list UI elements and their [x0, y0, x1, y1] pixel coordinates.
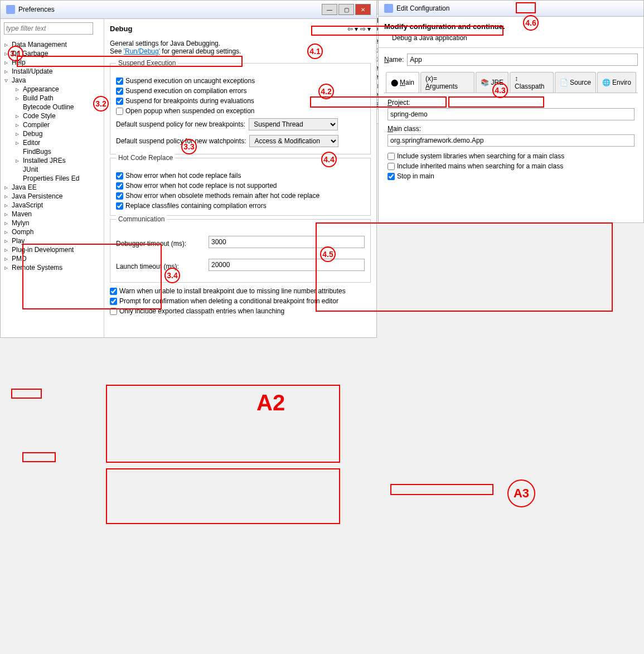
annotation-box-a2-top: [106, 385, 340, 463]
prefs-tree: ▹Data Management ▹Dr. Garbage ▹Help ▹Ins…: [1, 38, 104, 338]
fieldset-legend: Hot Code Replace: [116, 154, 175, 162]
main-tab-icon: ⬤: [391, 79, 398, 86]
prefs-tree-item[interactable]: ▹Build Path: [3, 94, 101, 103]
annotation-a2: A2: [256, 390, 285, 415]
prefs-tree-item[interactable]: ▹Mylyn: [3, 219, 101, 227]
stop-in-main[interactable]: Stop in main: [388, 171, 635, 181]
tab-environ[interactable]: 🌐Enviro: [597, 72, 636, 93]
see-also: See 'Run/Debug' for general debug settin…: [110, 47, 371, 55]
source-icon: 📄: [560, 79, 568, 86]
check-row[interactable]: Suspend execution on uncaught exceptions: [116, 76, 365, 86]
app-icon: [384, 4, 393, 13]
prefs-tree-item[interactable]: ▹Dr. Garbage: [3, 49, 101, 58]
prefs-tree-item[interactable]: ▹JavaScript: [3, 201, 101, 210]
launch-timeout-input[interactable]: [209, 259, 365, 271]
fieldset-legend: Suspend Execution: [116, 59, 178, 67]
back-forward-nav[interactable]: ⇦ ▾ ⇨ ▾: [347, 25, 371, 33]
tab-source[interactable]: 📄Source: [555, 72, 596, 93]
prefs-tree-item[interactable]: ▹Java EE: [3, 183, 101, 192]
include-system-libs[interactable]: Include system libraries when searching …: [388, 151, 635, 161]
prefs-tree-item-debug[interactable]: ▹Debug: [3, 129, 101, 138]
preferences-window: Preferences — ▢ ✕ ▹Data Management ▹Dr. …: [0, 0, 377, 338]
check-row[interactable]: Warn when unable to install breakpoint d…: [110, 286, 371, 296]
check-row[interactable]: Show error when hot code replace fails: [116, 171, 365, 181]
filter-input[interactable]: [4, 22, 93, 35]
prefs-tree-item[interactable]: ▹Remote Systems: [3, 263, 101, 272]
prefs-tree-item[interactable]: ▹Install/Update: [3, 67, 101, 76]
suspend-fieldset: Suspend Execution Suspend execution on u…: [110, 63, 371, 154]
project-label: Project:: [388, 99, 635, 106]
run-debug-link[interactable]: 'Run/Debug': [124, 47, 160, 55]
prefs-tree-item[interactable]: JUnit: [3, 165, 101, 174]
prefs-sidebar: ▹Data Management ▹Dr. Garbage ▹Help ▹Ins…: [1, 19, 104, 338]
tab-jre[interactable]: 📚JRE: [476, 72, 509, 93]
prefs-tree-item[interactable]: ▹Editor: [3, 138, 101, 147]
policy-wp-select[interactable]: Access & Modification: [249, 135, 338, 147]
launch-timeout-row: Launch timeout (ms):: [116, 255, 365, 278]
check-row[interactable]: Prompt for confirmation when deleting a …: [110, 296, 371, 306]
policy-bp-row: Default suspend policy for new breakpoin…: [116, 116, 365, 133]
tab-main[interactable]: ⬤Main: [386, 72, 419, 93]
annotation-box-debug: [22, 452, 56, 462]
prefs-tree-item[interactable]: ▹Appearance: [3, 85, 101, 94]
prefs-tree-item[interactable]: ▹Plug-in Development: [3, 245, 101, 254]
policy-wp-row: Default suspend policy for new watchpoin…: [116, 133, 365, 149]
config-header: Modify configuration and continue. Debug…: [379, 17, 643, 48]
prefs-tree-item[interactable]: ▹Help: [3, 58, 101, 67]
fieldset-legend: Communication: [116, 215, 167, 223]
include-inherited-mains[interactable]: Include inherited mains when searching f…: [388, 161, 635, 171]
maximize-button[interactable]: ▢: [338, 4, 354, 15]
annotation-box-a2-bottom: [106, 468, 340, 524]
prefs-page: Debug ⇦ ▾ ⇨ ▾ General settings for Java …: [104, 19, 376, 338]
annotation-a3: A3: [507, 479, 535, 507]
prefs-tree-item[interactable]: Bytecode Outline: [3, 103, 101, 112]
window-title: Preferences: [18, 6, 55, 13]
prefs-tree-item[interactable]: ▹PMD: [3, 254, 101, 263]
prefs-tree-item[interactable]: ▹Maven: [3, 210, 101, 219]
check-row[interactable]: Suspend for breakpoints during evaluatio…: [116, 96, 365, 106]
check-row[interactable]: Show error when hot code replace is not …: [116, 181, 365, 191]
main-class-label: Main class:: [388, 125, 635, 133]
check-row[interactable]: Only include exported classpath entries …: [110, 306, 371, 316]
minimize-button[interactable]: —: [322, 4, 337, 15]
check-row[interactable]: Suspend execution on compilation errors: [116, 86, 365, 96]
config-body: Name: ⬤Main (x)= Arguments 📚JRE ↕ Classp…: [379, 48, 643, 192]
name-input[interactable]: [407, 54, 638, 66]
config-tabs: ⬤Main (x)= Arguments 📚JRE ↕ Classpath 📄S…: [384, 70, 638, 93]
communication-fieldset: Communication Debugger timeout (ms): Lau…: [110, 219, 371, 283]
prefs-tree-item[interactable]: ▹Compiler: [3, 120, 101, 129]
app-icon: [6, 5, 15, 14]
annotation-box-java: [11, 389, 42, 399]
tab-arguments[interactable]: (x)= Arguments: [420, 72, 474, 93]
tab-classpath[interactable]: ↕ Classpath: [510, 72, 554, 93]
window-title-bar[interactable]: Edit Configuration: [379, 1, 643, 17]
hot-code-fieldset: Hot Code Replace Show error when hot cod…: [110, 158, 371, 216]
prefs-tree-item[interactable]: ▹Code Style: [3, 112, 101, 120]
prefs-tree-item-java[interactable]: ▿Java: [3, 76, 101, 85]
prefs-tree-item[interactable]: FindBugs: [3, 147, 101, 156]
debugger-timeout-input[interactable]: [209, 236, 365, 248]
prefs-tree-item[interactable]: Properties Files Ed: [3, 174, 101, 183]
jre-icon: 📚: [481, 79, 489, 86]
intro-text: General settings for Java Debugging.: [110, 40, 371, 47]
window-title: Edit Configuration: [396, 4, 449, 12]
check-row[interactable]: Open popup when suspended on exception: [116, 106, 365, 116]
prefs-tree-item[interactable]: ▹Play: [3, 236, 101, 245]
config-subheading: Debug a Java application: [384, 34, 638, 42]
window-title-bar[interactable]: Preferences — ▢ ✕: [1, 1, 376, 19]
main-tab-content: Project: Main class: Include system libr…: [384, 93, 638, 187]
prefs-tree-item[interactable]: ▹Oomph: [3, 227, 101, 236]
check-row[interactable]: Show error when obsolete methods remain …: [116, 191, 365, 201]
edit-config-window: Edit Configuration Modify configuration …: [378, 0, 644, 223]
policy-bp-select[interactable]: Suspend Thread: [249, 118, 338, 130]
project-input[interactable]: [388, 108, 635, 120]
page-title: Debug: [110, 25, 132, 33]
prefs-tree-item[interactable]: ▹Data Management: [3, 40, 101, 49]
annotation-box-a3: [390, 484, 493, 495]
prefs-tree-item[interactable]: ▹Installed JREs: [3, 156, 101, 165]
main-class-input[interactable]: [388, 134, 635, 147]
prefs-tree-item[interactable]: ▹Java Persistence: [3, 192, 101, 201]
env-icon: 🌐: [602, 79, 611, 86]
close-button[interactable]: ✕: [355, 4, 371, 15]
check-row[interactable]: Replace classfiles containing compilatio…: [116, 201, 365, 211]
